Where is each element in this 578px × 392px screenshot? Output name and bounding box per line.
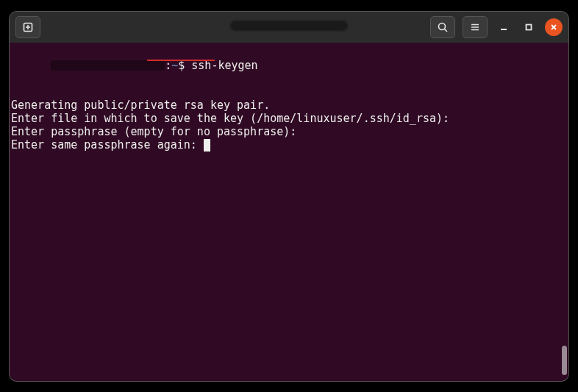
output-line-4: Enter same passphrase again: [11,138,567,152]
menu-button[interactable] [463,16,488,38]
minimize-button[interactable] [495,18,513,36]
maximize-icon [524,23,533,32]
titlebar [10,12,568,43]
search-button[interactable] [430,16,455,38]
command-underline [147,60,215,61]
cursor [204,139,210,152]
title-redacted [230,21,348,31]
output-line-4-text: Enter same passphrase again: [11,138,204,152]
hamburger-icon [469,21,481,33]
titlebar-left [15,16,426,38]
terminal-body[interactable]: :~$ ssh-keygen Generating public/private… [10,43,568,381]
new-tab-icon [22,21,34,33]
close-button[interactable] [545,18,563,36]
prompt-line: :~$ ssh-keygen [11,46,567,99]
minimize-icon [499,23,508,32]
terminal-window: :~$ ssh-keygen Generating public/private… [10,12,568,381]
close-icon [549,23,558,32]
maximize-button[interactable] [520,18,538,36]
svg-rect-9 [527,24,532,29]
output-line-3: Enter passphrase (empty for no passphras… [11,125,567,138]
output-line-1: Generating public/private rsa key pair. [11,99,567,112]
svg-point-3 [439,23,446,29]
prompt-user-host-redacted [51,60,165,71]
window-title [230,21,348,33]
scrollbar-thumb[interactable] [562,346,567,375]
output-line-2: Enter file in which to save the key (/ho… [11,112,567,125]
titlebar-right [430,16,563,38]
new-tab-button[interactable] [15,16,40,38]
svg-line-4 [445,29,448,32]
search-icon [437,21,449,33]
